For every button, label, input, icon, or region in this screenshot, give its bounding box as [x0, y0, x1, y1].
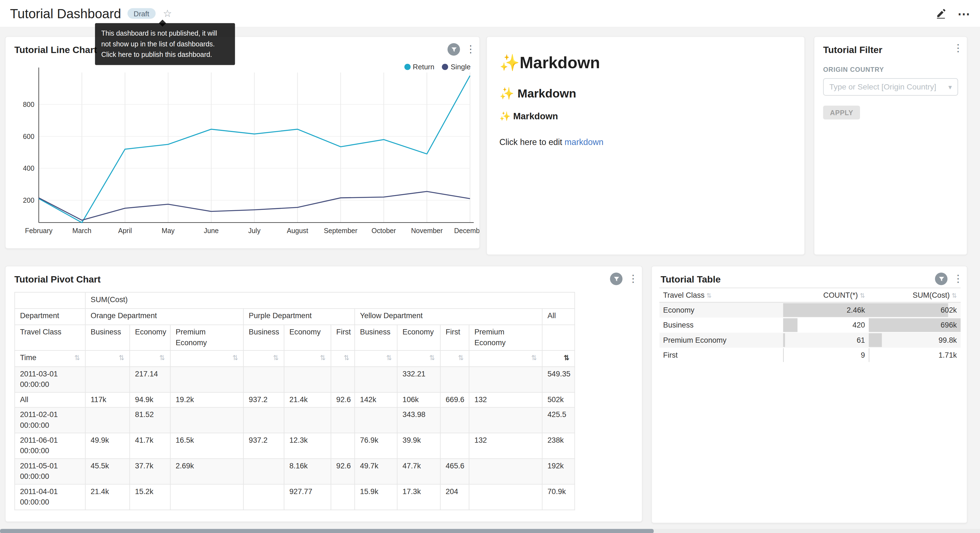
publish-tooltip[interactable]: This dashboard is not published, it will…: [95, 23, 235, 65]
table-card: Tutorial Table ⋮ Travel Class⇅ COUNT(*)⇅…: [651, 266, 967, 523]
tooltip-line: This dashboard is not published, it will: [101, 28, 229, 39]
filter-scope-icon[interactable]: [610, 273, 622, 285]
sort-icon[interactable]: ⇅: [74, 353, 80, 363]
markdown-edit-link[interactable]: markdown: [565, 137, 603, 147]
pivot-sort-cell: ⇅: [85, 351, 130, 367]
cell-value: 420: [853, 320, 865, 329]
pivot-value-cell: 21.4k: [85, 484, 130, 510]
x-tick-label: September: [324, 227, 358, 235]
sort-icon[interactable]: ⇅: [429, 353, 435, 363]
column-header-sum-cost[interactable]: SUM(Cost)⇅: [869, 288, 961, 302]
more-menu-icon[interactable]: ⋯: [957, 7, 970, 20]
sum-cell: 696k: [869, 317, 961, 332]
pivot-chart-card: Tutorial Pivot Chart ⋮ SUM(Cost) Departm…: [5, 266, 643, 522]
pivot-value-cell: 49.7k: [355, 459, 397, 484]
pivot-empty-cell: [14, 292, 85, 308]
sort-icon[interactable]: ⇅: [531, 353, 537, 363]
sort-icon: ⇅: [706, 292, 712, 299]
markdown-paragraph: Click here to edit markdown: [500, 137, 792, 147]
pivot-value-cell: [170, 367, 243, 393]
horizontal-scrollbar: [0, 529, 980, 533]
header-actions: ⋯: [935, 7, 970, 20]
pivot-all-label: All: [542, 308, 575, 325]
sum-cell: 602k: [869, 302, 961, 317]
sort-icon[interactable]: ⇅: [232, 353, 238, 363]
line-chart-card: Tutorial Line Chart ⋮ Return Single Febr…: [5, 36, 480, 249]
sort-icon[interactable]: ⇅: [386, 353, 392, 363]
sort-icon[interactable]: ⇅: [273, 353, 279, 363]
origin-country-select[interactable]: Type or Select [Origin Country] ▾: [823, 78, 958, 96]
pivot-value-cell: [243, 459, 284, 484]
pivot-value-cell: [85, 407, 130, 433]
sort-icon[interactable]: ⇅: [320, 353, 326, 363]
kebab-menu-icon[interactable]: ⋮: [953, 274, 961, 284]
column-header-count[interactable]: COUNT(*)⇅: [783, 288, 869, 302]
line-chart-svg[interactable]: FebruaryMarchAprilMayJuneJulyAugustSepte…: [6, 62, 480, 243]
sort-icon[interactable]: ⇅: [159, 353, 165, 363]
kebab-menu-icon[interactable]: ⋮: [628, 274, 635, 284]
x-tick-label: June: [204, 227, 219, 235]
sum-cell: 1.71k: [869, 348, 961, 362]
travel-class-cell: First: [660, 348, 783, 362]
kebab-menu-icon[interactable]: ⋮: [466, 45, 473, 54]
pivot-value-cell: [170, 484, 243, 510]
kebab-menu-icon[interactable]: ⋮: [953, 43, 961, 53]
pivot-group-label: Purple Department: [243, 308, 355, 325]
cell-value: 602k: [940, 306, 957, 314]
pivot-value-cell: 142k: [355, 393, 397, 407]
pivot-value-cell: 92.6: [331, 459, 355, 484]
value-bar: [869, 303, 948, 317]
scrollbar-thumb[interactable]: [0, 529, 654, 533]
cell-value: 99.8k: [939, 335, 957, 345]
pivot-value-cell: [469, 484, 542, 510]
x-tick-label: August: [287, 227, 309, 235]
pivot-sort-cell: ⇅: [542, 351, 575, 367]
cell-value: 61: [857, 335, 865, 345]
sort-icon[interactable]: ⇅: [458, 353, 464, 363]
x-tick-label: April: [118, 227, 132, 235]
pivot-row-label: 2011-06-01 00:00:00: [14, 433, 85, 459]
cell-value: 9: [861, 351, 865, 359]
column-header-travel-class[interactable]: Travel Class⇅: [660, 288, 783, 302]
pivot-sort-cell: ⇅: [469, 351, 542, 367]
pivot-value-cell: 132: [469, 393, 542, 407]
filter-card: Tutorial Filter ⋮ ORIGIN COUNTRY Type or…: [814, 36, 967, 255]
status-badge[interactable]: Draft: [127, 8, 156, 19]
sort-icon[interactable]: ⇅: [119, 353, 124, 363]
pivot-time-label: Time⇅: [14, 351, 85, 367]
pivot-value-cell: 76.9k: [355, 433, 397, 459]
sort-active-icon[interactable]: ⇅: [564, 353, 570, 363]
count-cell: 2.46k: [783, 302, 869, 317]
pivot-value-cell: [440, 407, 469, 433]
pivot-value-cell: [469, 459, 542, 484]
filter-scope-icon[interactable]: [935, 273, 947, 285]
pivot-data-row: 2011-03-01 00:00:00217.14332.21549.35: [14, 367, 575, 393]
pivot-value-cell: [331, 367, 355, 393]
pivot-value-cell: 332.21: [397, 367, 440, 393]
cell-value: 2.46k: [847, 306, 865, 314]
sort-icon[interactable]: ⇅: [344, 353, 350, 363]
pivot-value-cell: 927.77: [284, 484, 331, 510]
pivot-value-cell: [243, 407, 284, 433]
pivot-value-cell: 465.6: [440, 459, 469, 484]
edit-icon[interactable]: [935, 8, 946, 19]
pivot-value-cell: [331, 407, 355, 433]
pivot-col-label: Business: [85, 325, 130, 351]
pivot-col-label: Economy: [397, 325, 440, 351]
filter-scope-icon[interactable]: [447, 43, 460, 56]
pivot-value-cell: 92.6: [331, 393, 355, 407]
count-cell: 420: [783, 317, 869, 332]
pivot-row-label: 2011-05-01 00:00:00: [14, 459, 85, 484]
page-title: Tutorial Dashboard: [10, 6, 121, 21]
pivot-sort-cell: ⇅: [440, 351, 469, 367]
sum-cell: 99.8k: [869, 332, 961, 347]
pivot-value-cell: 15.9k: [355, 484, 397, 510]
x-tick-label: March: [72, 227, 91, 235]
x-tick-label: May: [162, 227, 175, 235]
favorite-star-icon[interactable]: ☆: [163, 8, 172, 19]
travel-class-cell: Premium Economy: [660, 332, 783, 347]
table-row: Premium Economy6199.8k: [660, 332, 961, 347]
pivot-value-cell: 47.7k: [397, 459, 440, 484]
apply-button[interactable]: APPLY: [823, 106, 860, 120]
pivot-value-cell: 37.7k: [130, 459, 170, 484]
